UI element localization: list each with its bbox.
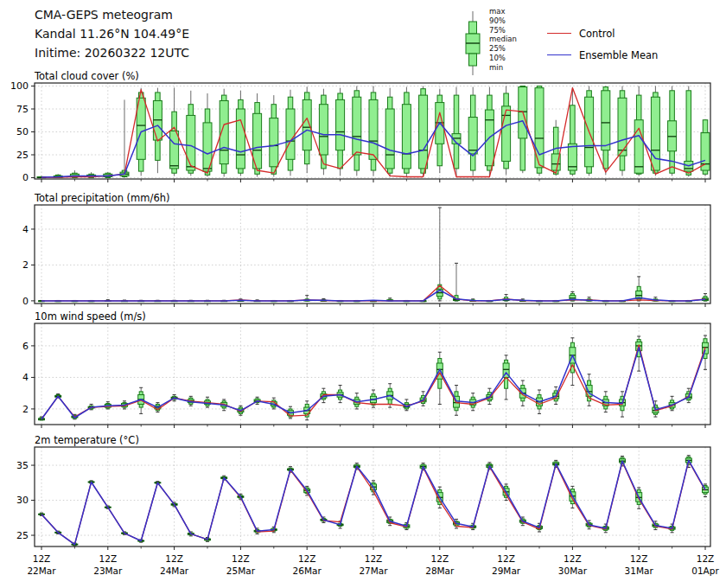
- y-tick-label: 0: [22, 172, 29, 183]
- y-tick-label: 75: [16, 104, 29, 115]
- meteogram-app: 025507510002424625303512Z22Mar12Z23Mar12…: [0, 0, 726, 588]
- x-label-date: 29Mar: [492, 566, 521, 576]
- line-legend: Control Ensemble Mean: [547, 22, 658, 66]
- panel-border: [35, 447, 710, 546]
- precip-panel-label: Total precipitation (mm/6h): [35, 192, 169, 204]
- y-tick-label: 25: [16, 150, 29, 161]
- box-25-75: [187, 115, 195, 170]
- x-label-hour: 12Z: [697, 553, 715, 564]
- y-tick-label: 25: [16, 530, 29, 541]
- ensemble-mean-legend-label: Ensemble Mean: [579, 49, 658, 61]
- x-label-date: 01Apr: [691, 566, 719, 576]
- x-label-hour: 12Z: [232, 553, 250, 564]
- cloud-panel-label: Total cloud cover (%): [35, 70, 139, 82]
- box-25-75: [236, 109, 245, 169]
- legend-label-90: 90%: [489, 16, 517, 26]
- chart-location: Kandal 11.26°N 104.49°E: [35, 24, 189, 43]
- box-25-75: [402, 105, 411, 169]
- x-label-hour: 12Z: [497, 553, 515, 564]
- x-label-hour: 12Z: [165, 553, 183, 564]
- legend-label-min: min: [489, 63, 517, 73]
- y-tick-label: 6: [22, 341, 29, 352]
- y-tick-label: 35: [16, 460, 29, 471]
- x-label-date: 30Mar: [558, 566, 588, 576]
- ensemble-mean-line-swatch: [547, 54, 571, 55]
- chart-title: CMA-GEPS meteogram: [35, 5, 189, 24]
- box-25-75: [369, 99, 378, 159]
- temp-panel-label: 2m temperature (°C): [35, 434, 139, 446]
- x-label-hour: 12Z: [431, 553, 449, 564]
- precip-ensemble-mean-line: [41, 291, 705, 301]
- chart-inittime: Initime: 20260322 12UTC: [35, 43, 189, 62]
- wind-panel-label: 10m wind speed (m/s): [35, 310, 146, 323]
- x-label-date: 23Mar: [93, 566, 123, 576]
- boxplot-legend-labels: max 90% 75% median 25% 10% min: [489, 7, 517, 73]
- x-label-hour: 12Z: [33, 553, 51, 564]
- x-label-hour: 12Z: [298, 553, 316, 564]
- y-tick-label: 2: [22, 259, 29, 271]
- legend-label-median: median: [489, 35, 517, 44]
- control-line-swatch: [547, 33, 571, 34]
- cloud-boxplots: [37, 86, 710, 177]
- panel-border: [35, 205, 710, 304]
- x-axis-labels: 12Z22Mar12Z23Mar12Z24Mar12Z25Mar12Z26Mar…: [27, 553, 719, 576]
- y-tick-label: 4: [22, 372, 29, 383]
- box-25-75: [502, 106, 511, 162]
- box-25-75: [270, 118, 278, 167]
- legend-label-10: 10%: [489, 54, 517, 63]
- legend-row-control: Control: [547, 22, 658, 44]
- title-block: CMA-GEPS meteogram Kandal 11.26°N 104.49…: [35, 5, 189, 62]
- box-25-75: [319, 105, 328, 155]
- y-tick-label: 30: [16, 495, 29, 506]
- cloud-panel: 0255075100: [10, 80, 710, 183]
- x-label-date: 22Mar: [27, 566, 56, 576]
- box-25-75: [701, 133, 710, 170]
- y-tick-label: 0: [22, 296, 29, 307]
- box-25-75: [353, 97, 361, 155]
- legend-25-10-box: [469, 54, 477, 66]
- box-25-75: [336, 99, 345, 150]
- legend-row-ensemble-mean: Ensemble Mean: [547, 44, 658, 66]
- x-label-hour: 12Z: [564, 553, 582, 564]
- box-25-75: [385, 109, 394, 169]
- box-25-75: [419, 95, 428, 169]
- legend-label-max: max: [489, 7, 517, 16]
- x-label-date: 31Mar: [625, 566, 654, 576]
- x-label-date: 24Mar: [160, 566, 189, 576]
- meteogram-chart-canvas: 025507510002424625303512Z22Mar12Z23Mar12…: [0, 0, 726, 588]
- x-label-hour: 12Z: [630, 553, 648, 564]
- panel-border: [35, 323, 710, 425]
- legend-label-75: 75%: [489, 26, 517, 35]
- y-tick-label: 2: [22, 404, 29, 415]
- legend-90-75-box: [469, 22, 477, 34]
- temp-panel: 253035: [16, 447, 710, 550]
- x-label-date: 25Mar: [226, 566, 256, 576]
- x-label-hour: 12Z: [99, 553, 118, 564]
- wind-panel: 246: [22, 323, 710, 428]
- box-25-75: [170, 131, 179, 168]
- x-label-date: 28Mar: [425, 566, 455, 576]
- x-label-hour: 12Z: [365, 553, 383, 564]
- box-10-90: [454, 95, 459, 169]
- box-25-75: [602, 91, 610, 150]
- box-25-75: [286, 109, 295, 159]
- box-25-75: [468, 118, 477, 154]
- precip-panel: 024: [22, 205, 710, 307]
- boxplot-legend-glyph: [461, 8, 485, 80]
- x-label-date: 26Mar: [293, 566, 322, 576]
- precip-control-line: [41, 285, 705, 301]
- legend-label-25: 25%: [489, 44, 517, 54]
- x-label-date: 27Mar: [359, 566, 388, 576]
- y-tick-label: 4: [22, 224, 29, 235]
- control-legend-label: Control: [579, 28, 615, 40]
- y-tick-label: 50: [16, 126, 29, 137]
- y-tick-label: 100: [10, 80, 29, 92]
